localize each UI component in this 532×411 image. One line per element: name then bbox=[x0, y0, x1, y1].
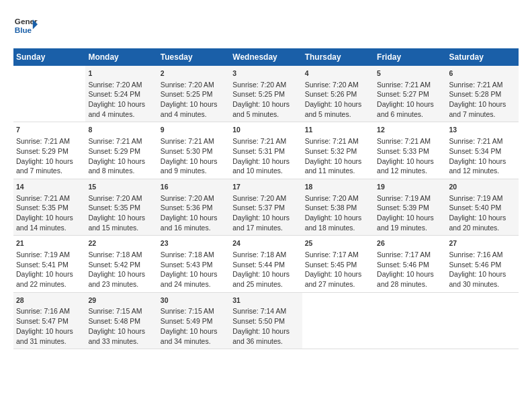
cell-content: Sunrise: 7:19 AM bbox=[16, 250, 83, 260]
cell-content: Sunset: 5:29 PM bbox=[16, 146, 83, 156]
calendar-cell: 9Sunrise: 7:21 AMSunset: 5:30 PMDaylight… bbox=[158, 122, 230, 179]
calendar-cell: 3Sunrise: 7:20 AMSunset: 5:25 PMDaylight… bbox=[230, 66, 302, 122]
calendar-cell: 5Sunrise: 7:21 AMSunset: 5:27 PMDaylight… bbox=[374, 66, 446, 122]
day-number: 6 bbox=[449, 68, 516, 79]
cell-content: Sunrise: 7:20 AM bbox=[161, 193, 227, 203]
cell-content: Daylight: 10 hours bbox=[305, 156, 371, 167]
cell-content: Sunrise: 7:19 AM bbox=[377, 193, 443, 203]
calendar-header-row: SundayMondayTuesdayWednesdayThursdayFrid… bbox=[13, 48, 519, 66]
cell-content: Sunset: 5:47 PM bbox=[16, 316, 83, 326]
cell-content: Daylight: 10 hours bbox=[449, 156, 516, 167]
cell-content: Daylight: 10 hours bbox=[449, 99, 516, 109]
cell-content: Sunset: 5:48 PM bbox=[88, 316, 154, 326]
calendar-body: 1Sunrise: 7:20 AMSunset: 5:24 PMDaylight… bbox=[13, 66, 519, 349]
cell-content: Daylight: 10 hours bbox=[232, 326, 299, 336]
day-number: 4 bbox=[305, 68, 371, 79]
cell-content: and 27 minutes. bbox=[305, 279, 371, 289]
day-number: 1 bbox=[88, 68, 154, 79]
day-number: 22 bbox=[88, 238, 154, 248]
cell-content: and 22 minutes. bbox=[16, 279, 83, 289]
calendar-cell: 2Sunrise: 7:20 AMSunset: 5:25 PMDaylight… bbox=[158, 66, 230, 122]
cell-content: Sunset: 5:38 PM bbox=[305, 203, 371, 213]
day-number: 30 bbox=[161, 295, 227, 306]
cell-content: and 4 minutes. bbox=[88, 109, 154, 120]
cell-content: Sunset: 5:31 PM bbox=[232, 146, 299, 156]
cell-content: Sunset: 5:28 PM bbox=[449, 89, 516, 99]
calendar-cell: 24Sunrise: 7:18 AMSunset: 5:44 PMDayligh… bbox=[230, 236, 302, 292]
cell-content: Sunset: 5:30 PM bbox=[161, 146, 227, 156]
cell-content: Sunset: 5:43 PM bbox=[161, 260, 227, 270]
cell-content: Sunset: 5:40 PM bbox=[449, 203, 516, 213]
cell-content: and 8 minutes. bbox=[88, 166, 154, 176]
calendar-week-row: 1Sunrise: 7:20 AMSunset: 5:24 PMDaylight… bbox=[13, 66, 519, 122]
cell-content: and 31 minutes. bbox=[16, 336, 83, 347]
cell-content: and 24 minutes. bbox=[161, 279, 227, 289]
cell-content: Daylight: 10 hours bbox=[449, 213, 516, 223]
cell-content: Sunset: 5:49 PM bbox=[161, 316, 227, 326]
cell-content: Sunset: 5:33 PM bbox=[377, 146, 443, 156]
cell-content: Daylight: 10 hours bbox=[232, 156, 299, 167]
calendar-cell: 29Sunrise: 7:15 AMSunset: 5:48 PMDayligh… bbox=[85, 292, 157, 349]
calendar-cell: 19Sunrise: 7:19 AMSunset: 5:39 PMDayligh… bbox=[374, 179, 446, 235]
calendar-cell: 16Sunrise: 7:20 AMSunset: 5:36 PMDayligh… bbox=[158, 179, 230, 235]
day-number: 16 bbox=[161, 182, 227, 192]
header-cell-thursday: Thursday bbox=[302, 48, 374, 66]
cell-content: Sunrise: 7:17 AM bbox=[377, 250, 443, 260]
cell-content: Sunset: 5:35 PM bbox=[16, 203, 83, 213]
cell-content: Daylight: 10 hours bbox=[88, 213, 154, 223]
cell-content: Daylight: 10 hours bbox=[16, 326, 83, 336]
cell-content: Sunset: 5:37 PM bbox=[232, 203, 299, 213]
day-number: 21 bbox=[16, 238, 83, 248]
cell-content: Daylight: 10 hours bbox=[16, 156, 83, 167]
cell-content: Sunset: 5:25 PM bbox=[232, 89, 299, 99]
cell-content: Daylight: 10 hours bbox=[305, 99, 371, 109]
day-number: 29 bbox=[88, 295, 154, 306]
cell-content: Sunset: 5:27 PM bbox=[377, 89, 443, 99]
calendar-cell: 25Sunrise: 7:17 AMSunset: 5:45 PMDayligh… bbox=[302, 236, 374, 292]
cell-content: Daylight: 10 hours bbox=[161, 156, 227, 167]
cell-content: and 28 minutes. bbox=[377, 279, 443, 289]
svg-text:Blue: Blue bbox=[15, 26, 32, 34]
cell-content: and 15 minutes. bbox=[88, 223, 154, 233]
cell-content: and 14 minutes. bbox=[16, 223, 83, 233]
day-number: 26 bbox=[377, 238, 443, 248]
calendar-cell: 26Sunrise: 7:17 AMSunset: 5:46 PMDayligh… bbox=[374, 236, 446, 292]
cell-content: and 30 minutes. bbox=[449, 279, 516, 289]
calendar-cell: 8Sunrise: 7:21 AMSunset: 5:29 PMDaylight… bbox=[85, 122, 157, 179]
day-number: 9 bbox=[161, 125, 227, 135]
cell-content: and 12 minutes. bbox=[377, 166, 443, 176]
cell-content: Daylight: 10 hours bbox=[232, 269, 299, 279]
cell-content: Sunset: 5:24 PM bbox=[88, 89, 154, 99]
calendar-week-row: 21Sunrise: 7:19 AMSunset: 5:41 PMDayligh… bbox=[13, 236, 519, 292]
cell-content: and 5 minutes. bbox=[232, 109, 299, 120]
day-number: 20 bbox=[449, 182, 516, 192]
calendar-cell bbox=[302, 292, 374, 349]
cell-content: Sunrise: 7:15 AM bbox=[88, 306, 154, 316]
cell-content: Sunset: 5:39 PM bbox=[377, 203, 443, 213]
cell-content: Daylight: 10 hours bbox=[161, 269, 227, 279]
cell-content: Daylight: 10 hours bbox=[232, 213, 299, 223]
cell-content: Daylight: 10 hours bbox=[88, 156, 154, 167]
cell-content: Sunrise: 7:18 AM bbox=[88, 250, 154, 260]
cell-content: Daylight: 10 hours bbox=[377, 213, 443, 223]
calendar-cell: 22Sunrise: 7:18 AMSunset: 5:42 PMDayligh… bbox=[85, 236, 157, 292]
day-number: 14 bbox=[16, 182, 83, 192]
calendar-cell: 1Sunrise: 7:20 AMSunset: 5:24 PMDaylight… bbox=[85, 66, 157, 122]
cell-content: Sunrise: 7:21 AM bbox=[377, 80, 443, 90]
day-number: 23 bbox=[161, 238, 227, 248]
day-number: 2 bbox=[161, 68, 227, 79]
cell-content: Sunrise: 7:18 AM bbox=[232, 250, 299, 260]
calendar-cell: 15Sunrise: 7:20 AMSunset: 5:35 PMDayligh… bbox=[85, 179, 157, 235]
cell-content: and 6 minutes. bbox=[377, 109, 443, 120]
cell-content: and 5 minutes. bbox=[305, 109, 371, 120]
cell-content: Sunrise: 7:20 AM bbox=[232, 193, 299, 203]
cell-content: Sunrise: 7:16 AM bbox=[449, 250, 516, 260]
calendar-table: SundayMondayTuesdayWednesdayThursdayFrid… bbox=[13, 48, 519, 349]
calendar-cell: 20Sunrise: 7:19 AMSunset: 5:40 PMDayligh… bbox=[447, 179, 519, 235]
cell-content: and 9 minutes. bbox=[161, 166, 227, 176]
calendar-cell: 12Sunrise: 7:21 AMSunset: 5:33 PMDayligh… bbox=[374, 122, 446, 179]
cell-content: Daylight: 10 hours bbox=[16, 213, 83, 223]
calendar-cell: 6Sunrise: 7:21 AMSunset: 5:28 PMDaylight… bbox=[447, 66, 519, 122]
day-number: 7 bbox=[16, 125, 83, 135]
cell-content: Sunset: 5:42 PM bbox=[88, 260, 154, 270]
